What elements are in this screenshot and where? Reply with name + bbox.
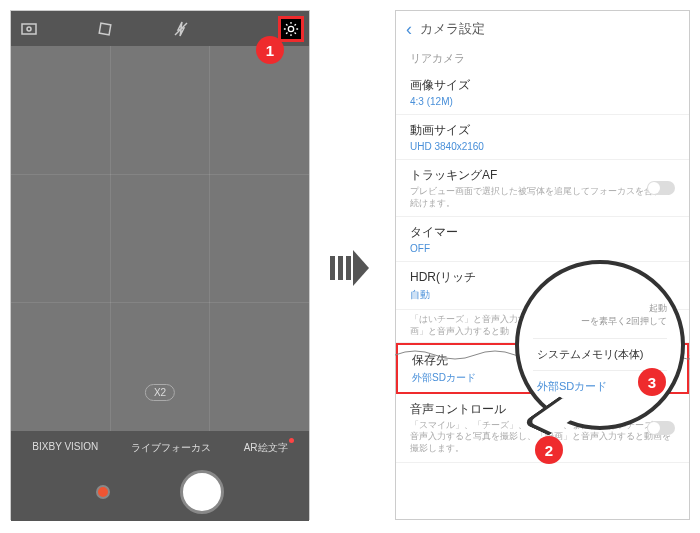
step-badge-2: 2 [535, 436, 563, 464]
shutter-button[interactable] [180, 470, 224, 514]
svg-point-4 [288, 26, 293, 31]
camera-viewport[interactable]: X2 [11, 46, 309, 431]
camera-bottom-bar: BIXBY VISION ライブフォーカス AR絵文字 [11, 431, 309, 521]
svg-rect-0 [22, 24, 36, 34]
aspect-ratio-icon[interactable] [16, 16, 42, 42]
section-rear-camera: リアカメラ [396, 47, 689, 70]
settings-header: ‹ カメラ設定 [396, 11, 689, 47]
camera-screen: X2 BIXBY VISION ライブフォーカス AR絵文字 [10, 10, 310, 520]
arrow-icon [330, 250, 369, 286]
mode-ar-emoji[interactable]: AR絵文字 [244, 441, 288, 455]
storage-popup-callout: 起動ーを素早く2回押して システムメモリ(本体) 外部SDカード [515, 260, 685, 430]
settings-icon[interactable] [278, 16, 304, 42]
setting-image-size[interactable]: 画像サイズ 4:3 (12M) [396, 70, 689, 115]
step-badge-1: 1 [256, 36, 284, 64]
setting-tracking-af[interactable]: トラッキングAF プレビュー画面で選択した被写体を追尾してフォーカスを合わせ続け… [396, 160, 689, 217]
callout-hint: 起動ーを素早く2回押して [533, 302, 667, 328]
zoom-badge[interactable]: X2 [145, 384, 175, 401]
option-internal-memory[interactable]: システムメモリ(本体) [533, 338, 667, 370]
setting-timer[interactable]: タイマー OFF [396, 217, 689, 262]
flash-icon[interactable] [168, 16, 194, 42]
mode-live-focus[interactable]: ライブフォーカス [131, 441, 211, 455]
setting-video-size[interactable]: 動画サイズ UHD 3840x2160 [396, 115, 689, 160]
mode-bixby-vision[interactable]: BIXBY VISION [32, 441, 98, 455]
svg-rect-2 [99, 23, 111, 35]
svg-point-1 [27, 27, 31, 31]
record-button[interactable] [96, 485, 110, 499]
back-icon[interactable]: ‹ [406, 19, 412, 40]
toggle-tracking-af[interactable] [647, 181, 675, 195]
step-badge-3: 3 [638, 368, 666, 396]
settings-title: カメラ設定 [420, 20, 485, 38]
filter-icon[interactable] [92, 16, 118, 42]
toggle-voice-control[interactable] [647, 421, 675, 435]
